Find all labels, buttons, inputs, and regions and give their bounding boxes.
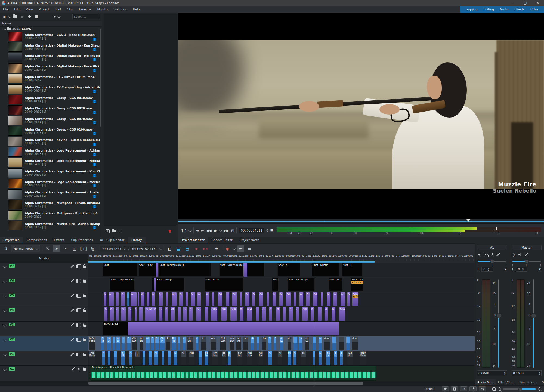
timeline-clip[interactable]: D Tra [172, 337, 176, 350]
solo-headphones-icon[interactable] [485, 254, 489, 257]
mixer-toggle-icon[interactable]: ⇌ [237, 245, 244, 252]
timeline-clip[interactable] [186, 292, 188, 306]
timeline-clip[interactable] [212, 292, 214, 306]
timeline-clip[interactable]: Tran [166, 337, 170, 350]
timeline-clip[interactable]: Artist [211, 307, 217, 321]
zoom-in-icon[interactable] [538, 387, 541, 391]
menu-item[interactable]: File [0, 8, 11, 11]
timeline-clip[interactable]: dem [243, 337, 248, 350]
tab[interactable]: Library [128, 237, 145, 243]
timeline-clip[interactable]: A [131, 292, 136, 306]
monitor-seekbar[interactable] [178, 219, 544, 224]
menu-item[interactable]: Tool [52, 8, 64, 11]
timeline-clip[interactable] [332, 337, 336, 350]
track-lane[interactable]: This Fade M [88, 351, 475, 365]
maximize-button[interactable]: ▢ [519, 0, 531, 6]
track-collapse-chevron-icon[interactable] [3, 294, 6, 297]
track-effects-icon[interactable] [71, 309, 74, 312]
timeline-clip[interactable]: A [245, 292, 249, 306]
timeline-clip[interactable]: Shot - F. [342, 263, 362, 277]
video-frame[interactable] [178, 40, 544, 189]
track-effects-icon[interactable] [71, 294, 74, 297]
timeline-clip[interactable] [256, 307, 259, 321]
timeline-clip[interactable]: de [251, 337, 254, 350]
timeline-clip[interactable]: INV Lun [212, 351, 218, 365]
menu-item[interactable]: Edit [11, 8, 23, 11]
timeline-clip[interactable]: d [183, 337, 186, 350]
timeline-clip[interactable] [226, 292, 229, 306]
timeline-clip[interactable]: This Fade [89, 351, 95, 365]
timeline-clip[interactable]: Alp [174, 351, 177, 365]
timeline-clip[interactable]: Fl Lif [135, 351, 140, 365]
timeline-clip[interactable] [240, 292, 242, 306]
track-name-badge[interactable]: V1 [9, 352, 15, 356]
timeline-clip[interactable]: Shot - Screen Burn-In [219, 263, 264, 277]
library-content-area[interactable] [104, 14, 177, 226]
timeline-clip[interactable]: Arti [171, 307, 175, 321]
timeline-clip[interactable]: A [116, 307, 119, 321]
remove-space-icon[interactable]: ▸◂ [202, 245, 209, 252]
mute-icon[interactable] [518, 253, 522, 256]
gain-value-box[interactable]: 0.00dB▲▼ [477, 370, 507, 376]
timeline-clip[interactable]: Artist [339, 307, 346, 321]
timeline-clip[interactable]: Alp Lu [278, 351, 282, 365]
timeline-clip[interactable]: dem Tran [236, 337, 241, 350]
timeline-clip[interactable] [178, 307, 181, 321]
timeline-clip[interactable]: Alph Lum [247, 351, 252, 365]
timeline-clip[interactable]: A [155, 337, 159, 350]
timeline-clip[interactable]: A [332, 307, 335, 321]
timeline-clip[interactable]: Artist - [247, 307, 252, 321]
timeline-clip[interactable] [108, 351, 110, 365]
timeline-clip[interactable]: A [127, 337, 131, 350]
timeline-clip[interactable]: d Li [334, 351, 337, 365]
timeline-clip[interactable]: de Lu [228, 351, 231, 365]
track-hide-icon[interactable] [76, 294, 81, 298]
bin-clip-item[interactable]: Alpha Chromatica - Logo Replacement - Su… [0, 189, 100, 199]
track-header[interactable]: V6 [0, 277, 88, 292]
timeline-clip[interactable]: Art [121, 307, 126, 321]
track-lock-icon[interactable] [83, 280, 86, 283]
timeline-clip[interactable]: A [311, 307, 314, 321]
track-lane[interactable]: A A [88, 292, 475, 307]
timeline-clip[interactable]: Shot - Set Fade ou [351, 278, 363, 291]
menu-item[interactable]: Help [130, 8, 143, 11]
tab[interactable]: Time Rem... [517, 379, 540, 386]
timeline-clip[interactable] [116, 292, 119, 306]
timeline-clip[interactable]: Alph [189, 351, 194, 365]
edit-mode-select[interactable]: Normal Mode [11, 245, 40, 252]
bin-clip-item[interactable]: Alpha Chromatica - Digital Makeup - Rose… [0, 63, 100, 73]
timeline-clip[interactable]: A [269, 307, 272, 321]
timeline-clip[interactable]: der Lun [237, 351, 242, 365]
record-icon[interactable]: ◉ [224, 245, 231, 252]
timeline-clip[interactable] [113, 337, 115, 350]
timeline-clip[interactable]: de Lu [326, 351, 330, 365]
timeline-position-timecode[interactable]: 00:04:20:22 / 00:03:52:15 [100, 246, 158, 252]
timeline-clip[interactable]: Artist [221, 307, 227, 321]
track-collapse-chevron-icon[interactable] [3, 265, 6, 268]
subtitle-toggle-icon[interactable]: ▭ [246, 245, 253, 252]
workspace-button[interactable]: Effects [511, 8, 527, 11]
timeline-clip[interactable]: de [196, 337, 198, 350]
bin-clip-item[interactable]: Alpha Chromatica - Logo Replacement - Ku… [0, 168, 100, 178]
pan-slider[interactable] [512, 259, 541, 263]
timeline-clip[interactable]: Art [141, 292, 144, 306]
timeline-clip[interactable]: A [289, 307, 293, 321]
bin-clip-item[interactable]: Alpha Chromatica - Logo Replacement - Hi… [0, 157, 100, 168]
timeline-clip[interactable]: A [325, 307, 328, 321]
track-lane[interactable]: Shot - Logo Replacemer SI [88, 277, 475, 292]
track-lock-icon[interactable] [83, 325, 86, 327]
bin-clip-item[interactable]: Alpha Chromatica - Muzzle Fire - Adrian … [0, 220, 100, 231]
track-name-badge[interactable]: A1 [9, 367, 15, 371]
timeline-clip[interactable]: d Li [121, 351, 125, 365]
filter-icon[interactable] [53, 16, 56, 18]
timeline-clip[interactable] [346, 337, 349, 350]
timeline-clip[interactable]: Shot [103, 263, 138, 277]
timeline-clip[interactable]: Arti [196, 307, 201, 321]
timeline-clip[interactable]: A [189, 307, 192, 321]
timeline-clip[interactable] [294, 292, 296, 306]
timeline-clip[interactable]: Arti [232, 292, 237, 306]
track-lock-icon[interactable] [83, 354, 86, 356]
timeline-clip[interactable]: Alpha Luma [220, 337, 226, 350]
timeline-clip[interactable]: de Lu [280, 337, 283, 350]
bookmark-icon[interactable] [119, 229, 122, 233]
